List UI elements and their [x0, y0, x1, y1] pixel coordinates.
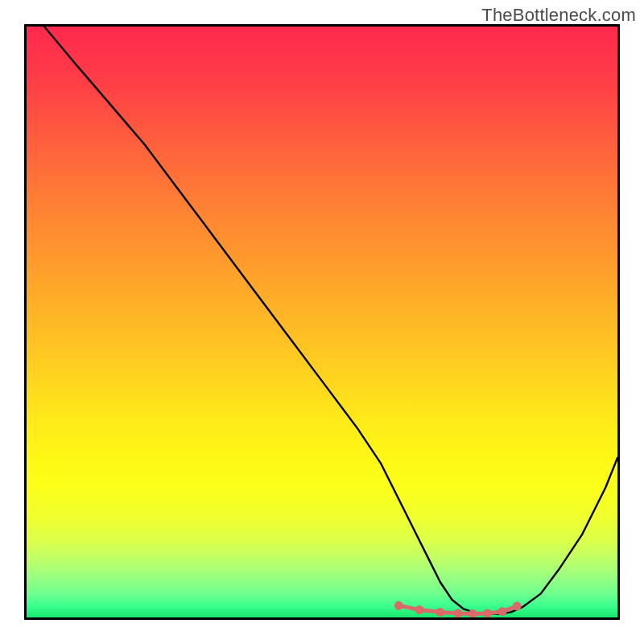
marker-dot [513, 602, 522, 611]
marker-dot [436, 608, 444, 617]
bottleneck-curve [44, 27, 617, 614]
marker-dot [497, 607, 506, 616]
watermark-text: TheBottleneck.com [481, 5, 636, 26]
marker-dot [453, 609, 462, 617]
marker-dot [415, 605, 424, 614]
curve-layer [27, 27, 617, 617]
plot-area [24, 24, 620, 620]
marker-dot [394, 601, 403, 610]
marker-dot [483, 609, 492, 617]
chart-canvas: TheBottleneck.com [0, 0, 644, 644]
